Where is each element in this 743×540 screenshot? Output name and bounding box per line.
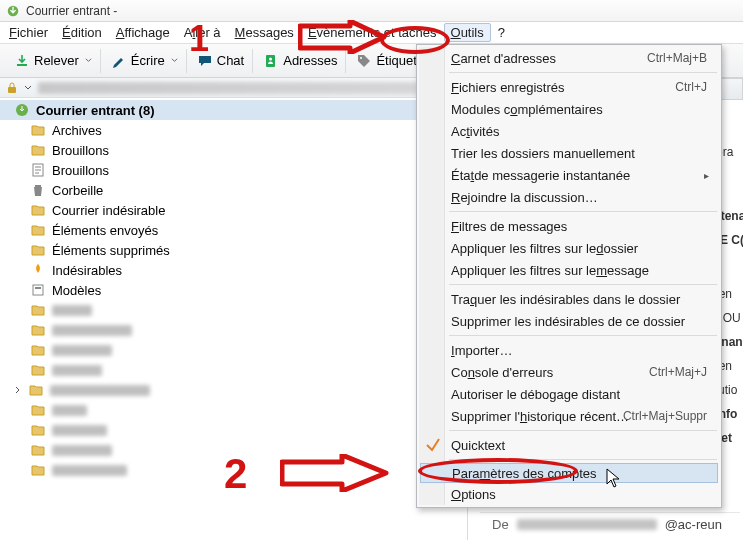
- folder-brouillons2[interactable]: Brouillons: [0, 160, 467, 180]
- folder-icon: [30, 142, 46, 158]
- menu-importer[interactable]: Importer…: [419, 339, 719, 361]
- menu-rejoindre[interactable]: Rejoindre la discussion…: [419, 186, 719, 208]
- outils-menu: Carnet d'adressesCtrl+Maj+B Fichiers enr…: [416, 44, 722, 508]
- adresses-label: Adresses: [283, 53, 337, 68]
- folder-icon: [30, 242, 46, 258]
- trash-icon: [30, 182, 46, 198]
- folder-blurred[interactable]: [0, 380, 467, 400]
- menu-console[interactable]: Console d'erreursCtrl+Maj+J: [419, 361, 719, 383]
- menu-traquer[interactable]: Traquer les indésirables dans le dossier: [419, 288, 719, 310]
- folder-tree: Courrier entrant (8) Archives Brouillons…: [0, 98, 467, 482]
- window-title: Courrier entrant -: [26, 4, 117, 18]
- folder-inbox[interactable]: Courrier entrant (8): [0, 100, 467, 120]
- folder-label: Courrier entrant (8): [36, 103, 154, 118]
- folder-courrier-indesirable[interactable]: Courrier indésirable: [0, 200, 467, 220]
- folder-modeles[interactable]: Modèles: [0, 280, 467, 300]
- folder-icon: [30, 402, 46, 418]
- app-icon: [6, 4, 20, 18]
- download-icon: [14, 53, 30, 69]
- menu-debogage[interactable]: Autoriser le débogage distant: [419, 383, 719, 405]
- ecrire-label: Écrire: [131, 53, 165, 68]
- menu-edition[interactable]: Édition: [55, 23, 109, 42]
- folder-icon: [30, 122, 46, 138]
- folder-icon: [30, 342, 46, 358]
- svg-rect-10: [35, 287, 41, 289]
- folder-icon: [30, 462, 46, 478]
- svg-rect-9: [33, 285, 43, 295]
- menu-fichiers-enregistres[interactable]: Fichiers enregistrésCtrl+J: [419, 76, 719, 98]
- folder-label: Éléments envoyés: [52, 223, 158, 238]
- account-header[interactable]: [0, 78, 467, 98]
- menu-fichier[interactable]: Fichier: [2, 23, 55, 42]
- drafts-icon: [30, 162, 46, 178]
- message-from-row: De @ac-reun: [480, 512, 740, 536]
- menu-filtres-dossier[interactable]: Appliquer les filtres sur le dossier: [419, 237, 719, 259]
- folder-icon: [28, 382, 44, 398]
- folder-corbeille[interactable]: Corbeille: [0, 180, 467, 200]
- folder-blurred[interactable]: [0, 340, 467, 360]
- menu-suppr-indesirables[interactable]: Supprimer les indésirables de ce dossier: [419, 310, 719, 332]
- folder-supprimes[interactable]: Éléments supprimés: [0, 240, 467, 260]
- menu-outils[interactable]: Outils: [444, 23, 491, 42]
- menubar: Fichier Édition Affichage Aller à Messag…: [0, 22, 743, 44]
- svg-point-3: [269, 57, 272, 60]
- chat-label: Chat: [217, 53, 244, 68]
- menu-modules[interactable]: Modules complémentaires: [419, 98, 719, 120]
- svg-rect-1: [17, 64, 27, 66]
- menu-evenements[interactable]: Évènements et tâches: [301, 23, 444, 42]
- from-domain: @ac-reun: [665, 517, 722, 532]
- ecrire-button[interactable]: Écrire: [103, 49, 187, 73]
- svg-rect-5: [8, 87, 16, 93]
- folder-label: Brouillons: [52, 143, 109, 158]
- chevron-down-icon: [24, 84, 32, 92]
- folder-envoyes[interactable]: Éléments envoyés: [0, 220, 467, 240]
- folder-label: Modèles: [52, 283, 101, 298]
- folder-icon: [30, 422, 46, 438]
- folder-brouillons[interactable]: Brouillons: [0, 140, 467, 160]
- menu-affichage[interactable]: Affichage: [109, 23, 177, 42]
- cursor-icon: [606, 468, 620, 488]
- menu-quicktext[interactable]: Quicktext: [419, 434, 719, 456]
- menu-filtres-message[interactable]: Appliquer les filtres sur le message: [419, 259, 719, 281]
- pencil-icon: [111, 53, 127, 69]
- menu-trier-dossiers[interactable]: Trier les dossiers manuellement: [419, 142, 719, 164]
- folder-icon: [30, 302, 46, 318]
- inbox-icon: [14, 102, 30, 118]
- menu-aide[interactable]: ?: [491, 23, 512, 42]
- annotation-number-2: 2: [224, 450, 247, 498]
- chevron-down-icon: [85, 57, 92, 64]
- folder-blurred[interactable]: [0, 420, 467, 440]
- menu-etat-messagerie[interactable]: État de messagerie instantanée▸: [419, 164, 719, 186]
- folder-blurred[interactable]: [0, 300, 467, 320]
- junk-icon: [30, 262, 46, 278]
- folder-icon: [30, 442, 46, 458]
- folder-blurred[interactable]: [0, 320, 467, 340]
- relever-label: Relever: [34, 53, 79, 68]
- account-name-blurred: [38, 82, 427, 94]
- menu-carnet-adresses[interactable]: Carnet d'adressesCtrl+Maj+B: [419, 47, 719, 69]
- templates-icon: [30, 282, 46, 298]
- menu-filtres[interactable]: Filtres de messages: [419, 215, 719, 237]
- adresses-button[interactable]: Adresses: [255, 49, 346, 73]
- folder-label: Brouillons: [52, 163, 109, 178]
- folder-archives[interactable]: Archives: [0, 120, 467, 140]
- menu-activites[interactable]: Activités: [419, 120, 719, 142]
- folder-icon: [30, 222, 46, 238]
- menu-supprimer-historique[interactable]: Supprimer l'historique récent…Ctrl+Maj+S…: [419, 405, 719, 427]
- menu-messages[interactable]: Messages: [228, 23, 301, 42]
- titlebar: Courrier entrant -: [0, 0, 743, 22]
- annotation-number-1: 1: [189, 18, 209, 60]
- folder-indesirables[interactable]: Indésirables: [0, 260, 467, 280]
- menu-parametres-comptes[interactable]: Paramètres des comptes: [420, 463, 718, 483]
- lock-icon: [6, 82, 18, 94]
- folder-blurred[interactable]: [0, 400, 467, 420]
- svg-point-4: [360, 57, 362, 59]
- folder-blurred[interactable]: [0, 360, 467, 380]
- relever-button[interactable]: Relever: [6, 49, 101, 73]
- folder-label: Courrier indésirable: [52, 203, 165, 218]
- tag-icon: [356, 53, 372, 69]
- svg-rect-2: [266, 55, 275, 67]
- folder-icon: [30, 202, 46, 218]
- menu-options[interactable]: Options: [419, 483, 719, 505]
- folder-icon: [30, 322, 46, 338]
